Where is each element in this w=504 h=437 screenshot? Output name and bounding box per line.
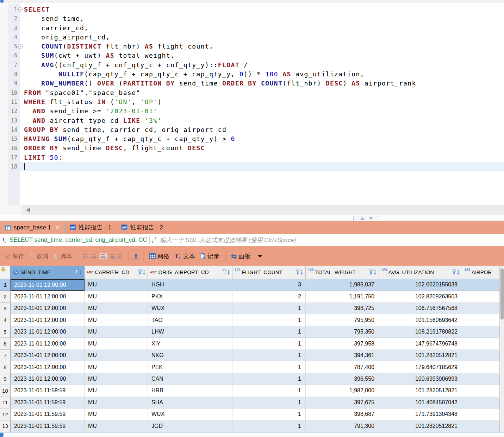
column-header-airpor[interactable]: 123AIRPOR	[462, 266, 499, 279]
column-header-carrier_cd[interactable]: ABCCARRIER_CD	[85, 266, 148, 279]
filter-sort-icon[interactable]	[74, 269, 83, 276]
delete-row-icon[interactable]	[118, 254, 124, 259]
cell-avg_utilization[interactable]: 179.6407185629	[379, 361, 462, 373]
cell-send_time[interactable]: 2023-11-01 12:00:00	[11, 350, 85, 361]
filter-sort-icon[interactable]	[295, 269, 304, 276]
row-number[interactable]: 13	[0, 420, 11, 432]
row-number[interactable]: 1	[0, 279, 11, 291]
filter-sort-icon[interactable]	[222, 269, 231, 276]
cell-avg_utilization[interactable]: 106.7567567568	[379, 303, 462, 314]
code-line[interactable]: SELECT	[20, 5, 504, 14]
cell-total_weight[interactable]: 791,300	[306, 420, 379, 432]
script-button[interactable]: 脚本	[52, 251, 74, 261]
cell-airpor[interactable]	[462, 326, 499, 338]
record-view-button[interactable]: 记录	[199, 251, 221, 261]
cell-airpor[interactable]	[462, 303, 499, 314]
grid-corner-cell[interactable]	[0, 266, 11, 279]
cell-orig_airport_cd[interactable]: NKG	[148, 350, 232, 361]
cell-send_time[interactable]: 2023-11-01 12:00:00	[11, 361, 85, 373]
results-tab-2[interactable]: 性能报告 - 2	[116, 221, 168, 234]
filter-input-placeholder[interactable]: 输入一个 SQL 表达式来过滤结果 (使用 Ctrl+Space)	[160, 236, 296, 244]
cell-total_weight[interactable]: 787,400	[306, 361, 379, 373]
cell-send_time[interactable]: 2023-11-01 11:59:59	[11, 385, 85, 397]
refresh-row-icon[interactable]	[109, 254, 116, 259]
code-line[interactable]: carrier_cd,	[20, 24, 504, 33]
column-header-send_time[interactable]: SEND_TIME	[11, 266, 85, 279]
cell-carrier_cd[interactable]: MU	[85, 338, 148, 349]
cell-total_weight[interactable]: 394,361	[306, 350, 379, 361]
filter-sort-icon[interactable]	[138, 269, 146, 276]
cell-orig_airport_cd[interactable]: HGH	[148, 279, 232, 291]
cell-carrier_cd[interactable]: MU	[85, 303, 148, 314]
cell-avg_utilization[interactable]: 102.0620155039	[379, 279, 462, 291]
cell-flight_count[interactable]: 1	[232, 420, 306, 432]
cell-send_time[interactable]: 2023-11-01 11:59:59	[11, 397, 85, 408]
cell-orig_airport_cd[interactable]: HRB	[148, 385, 232, 397]
code-line[interactable]: LIMIT 50;	[20, 153, 504, 162]
cell-orig_airport_cd[interactable]: SHA	[148, 397, 232, 408]
code-line[interactable]: COUNT(DISTINCT flt_nbr) AS flight_count,	[20, 42, 504, 51]
cell-carrier_cd[interactable]: MU	[85, 291, 148, 302]
cell-send_time[interactable]: 2023-11-01 12:00:00	[11, 314, 85, 326]
code-line[interactable]: ORDER BY send_time DESC, flight_count DE…	[20, 144, 504, 153]
cell-orig_airport_cd[interactable]: LHW	[148, 326, 232, 338]
column-header-avg_utilization[interactable]: 123AVG_UTILIZATION	[379, 266, 462, 279]
results-tab-0[interactable]: space_base 1✕	[0, 221, 65, 234]
cell-total_weight[interactable]: 398,687	[306, 408, 379, 420]
row-number[interactable]: 4	[0, 314, 11, 326]
row-number[interactable]: 10	[0, 385, 11, 397]
cell-avg_utilization[interactable]: 101.2820512821	[379, 350, 462, 361]
cell-airpor[interactable]	[462, 279, 499, 291]
cell-flight_count[interactable]: 2	[232, 291, 306, 302]
scroll-left-arrow-icon[interactable]	[26, 208, 30, 213]
duplicate-row-icon[interactable]	[99, 253, 107, 260]
code-line[interactable]: AND aircraft_type_cd LIKE '3%'	[20, 116, 504, 125]
code-line[interactable]: WHERE flt_status IN ('ON', 'OP')	[20, 97, 504, 107]
row-number[interactable]: 6	[0, 338, 11, 349]
save-button[interactable]: 保存	[3, 251, 25, 261]
cell-airpor[interactable]	[462, 373, 499, 385]
cell-carrier_cd[interactable]: MU	[85, 420, 148, 432]
cell-orig_airport_cd[interactable]: TAO	[148, 314, 232, 326]
code-line[interactable]: FROM "space01"."space_base"	[20, 88, 504, 97]
cell-orig_airport_cd[interactable]: CAN	[148, 373, 232, 385]
cell-total_weight[interactable]: 397,958	[306, 338, 379, 349]
cell-send_time[interactable]: 2023-11-01 12:00:00	[11, 279, 85, 291]
code-line[interactable]: orig_airport_cd,	[20, 33, 504, 42]
column-header-flight_count[interactable]: 123FLIGHT_COUNT	[232, 266, 306, 279]
cell-send_time[interactable]: 2023-11-01 11:59:59	[11, 420, 85, 432]
cell-airpor[interactable]	[462, 385, 499, 397]
cell-flight_count[interactable]: 1	[232, 397, 306, 408]
cell-flight_count[interactable]: 1	[232, 373, 306, 385]
cell-avg_utilization[interactable]: 147.9674796748	[379, 338, 462, 349]
cell-carrier_cd[interactable]: MU	[85, 397, 148, 408]
row-number[interactable]: 11	[0, 397, 11, 408]
cell-carrier_cd[interactable]: MU	[85, 326, 148, 338]
filter-sort-icon[interactable]	[369, 269, 377, 276]
add-row-icon[interactable]	[91, 254, 97, 259]
cell-orig_airport_cd[interactable]: PEK	[148, 361, 232, 373]
grid-vertical-scrollbar[interactable]	[499, 266, 504, 432]
cell-airpor[interactable]	[462, 420, 499, 432]
panel-splitter[interactable]	[0, 215, 504, 221]
cell-carrier_cd[interactable]: MU	[85, 385, 148, 397]
column-header-total_weight[interactable]: 123TOTAL_WEIGHT	[306, 266, 379, 279]
cell-airpor[interactable]	[462, 314, 499, 326]
code-line[interactable]: HAVING SUM(cap_qty_f + cap_qty_c + cap_q…	[20, 134, 504, 144]
vertical-scroll-thumb[interactable]	[500, 268, 504, 319]
code-line[interactable]: AND send_time >= '2023-01-01'	[20, 107, 504, 116]
collapse-up-icon[interactable]	[360, 217, 365, 220]
row-number[interactable]: 2	[0, 291, 11, 302]
cell-flight_count[interactable]: 3	[232, 279, 306, 291]
grid-view-button[interactable]: 网格	[148, 251, 171, 261]
cell-avg_utilization[interactable]: 101.2820512821	[379, 385, 462, 397]
cell-orig_airport_cd[interactable]: WUX	[148, 303, 232, 314]
cell-total_weight[interactable]: 1,985,037	[306, 279, 379, 291]
panel-button[interactable]: ⇆ 面板	[230, 251, 252, 261]
cell-carrier_cd[interactable]: MU	[85, 373, 148, 385]
code-line[interactable]: ROW_NUMBER() OVER (PARTITION BY send_tim…	[20, 79, 504, 88]
cell-send_time[interactable]: 2023-11-01 11:59:59	[11, 408, 85, 420]
cell-send_time[interactable]: 2023-11-01 12:00:00	[11, 373, 85, 385]
row-number[interactable]: 9	[0, 373, 11, 385]
cell-send_time[interactable]: 2023-11-01 12:00:00	[11, 303, 85, 314]
